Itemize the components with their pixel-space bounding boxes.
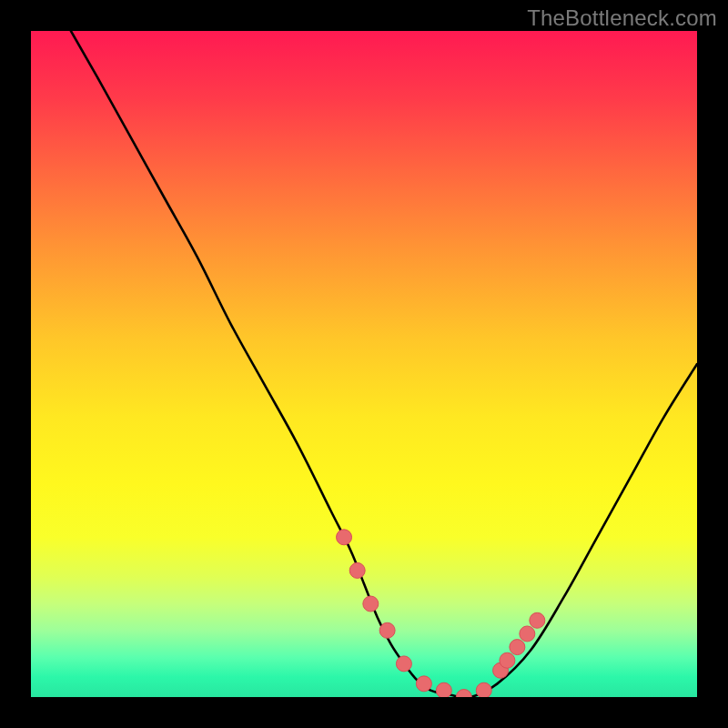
marker-dot — [379, 622, 395, 638]
marker-dot — [500, 652, 515, 668]
marker-dot — [520, 626, 535, 642]
plot-area — [31, 31, 697, 697]
marker-dot — [396, 656, 411, 672]
marker-dot — [456, 690, 471, 698]
marker-dot — [337, 530, 352, 545]
marker-dot — [416, 676, 431, 692]
chart-stage: TheBottleneck.com — [0, 0, 728, 728]
marker-group — [337, 530, 545, 697]
marker-dot — [436, 682, 451, 697]
marker-dot — [530, 612, 545, 628]
marker-dot — [363, 596, 379, 612]
bottleneck-curve — [71, 31, 697, 697]
marker-dot — [349, 562, 365, 578]
marker-dot — [476, 682, 491, 697]
plot-svg — [31, 31, 697, 697]
watermark-text: TheBottleneck.com — [527, 5, 717, 31]
marker-dot — [510, 640, 525, 655]
